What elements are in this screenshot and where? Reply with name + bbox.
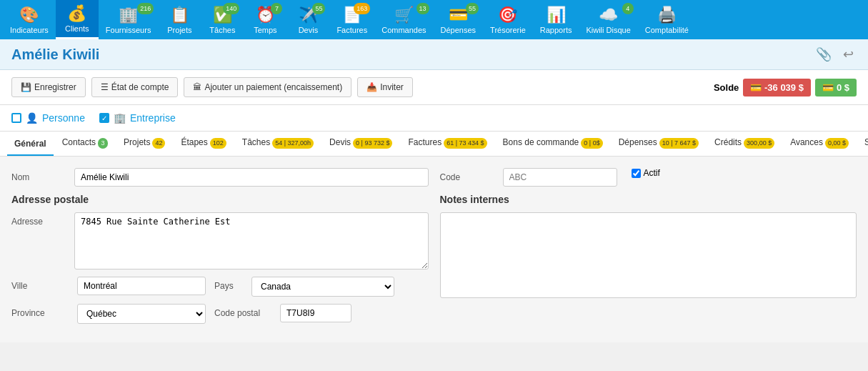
code-input[interactable] [503, 168, 617, 187]
factures-nav-label: Factures [336, 26, 367, 34]
tab-suivi[interactable]: Suivi11 [857, 132, 868, 156]
nav-item-factures[interactable]: 163📄Factures [329, 0, 374, 39]
nom-input[interactable] [74, 168, 429, 187]
personne-label: Personne [42, 112, 85, 124]
fournisseurs-nav-icon: 🏢 [119, 6, 138, 24]
tab-badge-taches: 54 | 327,00h [272, 138, 314, 149]
personne-option[interactable]: 👤 Personne [11, 112, 85, 124]
solde-icon: 💳 [750, 82, 762, 93]
nav-item-commandes[interactable]: 13🛒Commandes [374, 0, 433, 39]
address-title: Adresse postale [11, 194, 429, 205]
tab-label-devis: Devis [329, 137, 351, 147]
actif-checkbox[interactable] [632, 169, 641, 178]
tab-avances[interactable]: Avances0,00 $ [783, 132, 856, 156]
tab-depenses[interactable]: Dépenses10 | 7 647 $ [612, 132, 706, 156]
nav-item-projets[interactable]: 📋Projets [158, 0, 201, 39]
clients-nav-label: Clients [65, 24, 89, 33]
tab-label-general: Général [14, 139, 46, 149]
personne-checkbox[interactable] [11, 113, 21, 123]
nom-row: Nom [11, 168, 429, 187]
ville-pays-row: Ville Pays Canada France États-Unis [11, 277, 429, 297]
save-icon: 💾 [21, 82, 31, 92]
commandes-nav-label: Commandes [381, 26, 426, 34]
solde-label: Solde [714, 82, 739, 93]
tab-label-taches: Tâches [242, 137, 270, 147]
tab-general[interactable]: Général [7, 133, 54, 156]
code-actif-row: Code Actif [440, 168, 857, 187]
entreprise-checkbox[interactable]: ✓ [99, 113, 109, 123]
province-select[interactable]: Québec Ontario Alberta [77, 304, 206, 324]
tabs-container: GénéralContacts3Projets42Étapes102Tâches… [0, 132, 868, 157]
adresse-label: Adresse [11, 212, 69, 227]
comptabilite-nav-label: Comptabilité [645, 26, 689, 34]
page-title: Amélie Kiwili [11, 46, 99, 63]
nav-item-taches[interactable]: 140✅Tâches [201, 0, 244, 39]
notes-box[interactable] [440, 212, 857, 298]
tresorerie-nav-label: Trésorerie [490, 26, 526, 34]
tab-label-projets: Projets [124, 137, 150, 147]
code-postal-input[interactable] [280, 304, 351, 322]
ville-label: Ville [11, 277, 69, 291]
actif-checkbox-label[interactable]: Actif [632, 168, 660, 178]
nav-item-rapports[interactable]: 📊Rapports [533, 0, 579, 39]
nav-item-indicateurs[interactable]: 🎨Indicateurs [3, 0, 56, 39]
tab-label-depenses: Dépenses [619, 137, 657, 147]
tab-etapes[interactable]: Étapes102 [174, 132, 233, 156]
tab-bons[interactable]: Bons de commande0 | 0$ [496, 132, 610, 156]
actif-label: Actif [644, 168, 660, 178]
tab-contacts[interactable]: Contacts3 [55, 132, 115, 156]
payment-button[interactable]: 🏛 Ajouter un paiement (encaissement) [184, 77, 351, 97]
toolbar-left: 💾 Enregistrer ☰ État de compte 🏛 Ajouter… [11, 77, 413, 97]
nav-item-fournisseurs[interactable]: 216🏢Fournisseurs [99, 0, 159, 39]
notes-title: Notes internes [440, 194, 857, 205]
tab-label-credits: Crédits [714, 137, 742, 147]
nav-item-depenses[interactable]: 55💳Dépenses [434, 0, 484, 39]
tab-badge-etapes: 102 [210, 138, 226, 149]
nav-item-tresorerie[interactable]: 🎯Trésorerie [483, 0, 533, 39]
solde-zero-value: 💳 0 $ [815, 79, 857, 97]
pays-select[interactable]: Canada France États-Unis [251, 277, 394, 297]
code-label: Code [440, 168, 497, 182]
tab-badge-depenses: 10 | 7 647 $ [659, 138, 699, 149]
projets-nav-icon: 📋 [170, 6, 189, 24]
tab-label-etapes: Étapes [181, 137, 207, 147]
fournisseurs-nav-label: Fournisseurs [106, 26, 151, 34]
nav-item-comptabilite[interactable]: 🖨️Comptabilité [638, 0, 696, 39]
ville-input[interactable] [77, 277, 206, 295]
nav-item-devis[interactable]: 55✈️Devis [286, 0, 329, 39]
nom-label: Nom [11, 168, 69, 182]
header-icons: 📎 ↩ [813, 45, 857, 64]
adresse-input[interactable]: 7845 Rue Sainte Catherine Est [74, 212, 429, 269]
tab-badge-contacts: 3 [98, 138, 108, 149]
tab-credits[interactable]: Crédits300,00 $ [707, 132, 782, 156]
right-column: Code Actif Notes internes [440, 168, 857, 331]
entreprise-option[interactable]: ✓ 🏢 Entreprise [99, 112, 176, 124]
page-header: Amélie Kiwili 📎 ↩ [0, 39, 868, 70]
history-icon[interactable]: ↩ [840, 45, 857, 64]
tab-factures[interactable]: Factures61 | 73 434 $ [401, 132, 494, 156]
tab-badge-avances: 0,00 $ [825, 138, 849, 149]
tab-taches[interactable]: Tâches54 | 327,00h [235, 132, 321, 156]
left-column: Nom Adresse postale Adresse 7845 Rue Sai… [11, 168, 429, 331]
nav-item-kiwili[interactable]: 4☁️Kiwili Disque [579, 0, 637, 39]
tab-badge-bons: 0 | 0$ [581, 138, 602, 149]
tab-projets[interactable]: Projets42 [116, 132, 172, 156]
kiwili-nav-label: Kiwili Disque [586, 26, 630, 34]
province-label: Province [11, 304, 69, 318]
account-button[interactable]: ☰ État de compte [91, 77, 179, 97]
solde-zero-icon: 💳 [822, 82, 834, 93]
nav-item-temps[interactable]: 7⏰Temps [244, 0, 286, 39]
indicateurs-nav-label: Indicateurs [10, 26, 49, 34]
save-button[interactable]: 💾 Enregistrer [11, 77, 86, 97]
kiwili-nav-icon: ☁️ [599, 6, 618, 24]
taches-nav-label: Tâches [209, 26, 235, 34]
nav-item-clients[interactable]: 💰Clients [56, 0, 99, 39]
attachment-icon[interactable]: 📎 [813, 45, 834, 64]
main-content: Nom Adresse postale Adresse 7845 Rue Sai… [0, 157, 868, 342]
tab-devis[interactable]: Devis0 | 93 732 $ [322, 132, 399, 156]
invite-button[interactable]: 📥 Inviter [357, 77, 413, 97]
depenses-nav-icon: 💳 [449, 6, 468, 24]
person-icon: 👤 [26, 112, 38, 124]
tab-label-suivi: Suivi [864, 137, 868, 147]
pays-label: Pays [214, 277, 243, 291]
